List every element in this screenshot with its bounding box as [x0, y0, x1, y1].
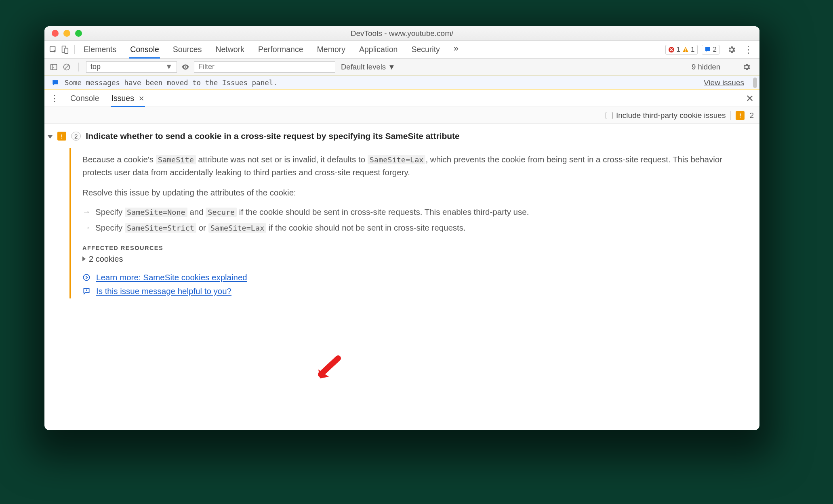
inspect-icon[interactable]: [48, 45, 58, 55]
svg-point-9: [84, 274, 90, 280]
warning-total: 2: [749, 111, 754, 120]
clear-console-icon[interactable]: [62, 63, 71, 71]
affected-resources-heading: AFFECTED RESOURCES: [82, 245, 745, 251]
checkbox-icon[interactable]: [606, 112, 613, 119]
message-count: 2: [713, 46, 717, 54]
view-issues-link[interactable]: View issues: [704, 78, 744, 87]
svg-rect-2: [65, 48, 68, 53]
issue-step-2: → Specify SameSite=Strict or SameSite=La…: [82, 222, 745, 234]
issue-count-badge: 2: [71, 132, 81, 141]
issue-title: Indicate whether to send a cookie in a c…: [86, 131, 459, 141]
window-controls[interactable]: [52, 30, 82, 37]
error-badge[interactable]: 1 1: [665, 45, 698, 55]
message-badge[interactable]: 2: [702, 45, 719, 55]
feedback-icon: [82, 287, 90, 295]
separator: [74, 45, 75, 54]
maximize-window-button[interactable]: [75, 30, 82, 37]
tab-overflow[interactable]: »: [453, 41, 459, 58]
warning-icon: !: [736, 111, 745, 120]
tab-console[interactable]: Console: [129, 41, 160, 58]
tab-security[interactable]: Security: [410, 41, 440, 58]
context-selector[interactable]: top ▼: [86, 61, 177, 73]
tab-application[interactable]: Application: [358, 41, 398, 58]
window-title: DevTools - www.youtube.com/: [44, 29, 759, 38]
sidebar-toggle-icon[interactable]: [49, 63, 58, 71]
main-tabstrip: Elements Console Sources Network Perform…: [44, 41, 759, 59]
more-menu-icon[interactable]: ⋮: [741, 44, 755, 55]
external-link-icon: [82, 273, 90, 281]
live-expression-icon[interactable]: [181, 63, 190, 71]
tab-sources[interactable]: Sources: [172, 41, 203, 58]
device-toolbar-icon[interactable]: [60, 45, 69, 55]
titlebar: DevTools - www.youtube.com/: [44, 26, 759, 41]
close-window-button[interactable]: [52, 30, 59, 37]
message-icon: [52, 79, 59, 86]
affected-resources-label: 2 cookies: [89, 254, 123, 264]
warn-count: 1: [691, 46, 694, 54]
learn-more-row: Learn more: SameSite cookies explained: [82, 273, 745, 282]
issues-toolbar: Include third-party cookie issues ! 2: [44, 107, 759, 124]
arrow-icon: →: [82, 222, 90, 233]
expand-icon[interactable]: [48, 135, 53, 139]
error-count: 1: [677, 46, 680, 54]
separator: [730, 111, 731, 120]
tab-performance[interactable]: Performance: [257, 41, 304, 58]
scrollbar[interactable]: [753, 78, 757, 88]
log-levels-selector[interactable]: Default levels ▼: [341, 63, 395, 71]
warning-icon: !: [57, 132, 66, 141]
issue-description: Because a cookie's SameSite attribute wa…: [82, 153, 745, 179]
third-party-cookie-label: Include third-party cookie issues: [616, 111, 726, 120]
separator: [78, 63, 79, 71]
issue-resolve-intro: Resolve this issue by updating the attri…: [82, 186, 745, 199]
arrow-icon: →: [82, 206, 90, 217]
console-filterbar: top ▼ Default levels ▼ 9 hidden: [44, 59, 759, 76]
svg-rect-4: [685, 48, 686, 50]
issues-list: ! 2 Indicate whether to send a cookie in…: [44, 124, 759, 430]
issue-body: Because a cookie's SameSite attribute wa…: [69, 148, 751, 298]
tab-elements[interactable]: Elements: [83, 41, 117, 58]
minimize-window-button[interactable]: [63, 30, 70, 37]
issue-step-1: → Specify SameSite=None and Secure if th…: [82, 206, 745, 218]
drawer-menu-icon[interactable]: ⋮: [50, 93, 59, 104]
drawer-tab-console[interactable]: Console: [69, 90, 100, 107]
context-value: top: [90, 63, 101, 71]
panel-tabs: Elements Console Sources Network Perform…: [83, 41, 459, 58]
devtools-window: DevTools - www.youtube.com/ Elements Con…: [44, 26, 759, 430]
collapse-icon[interactable]: [82, 256, 86, 261]
separator: [731, 63, 731, 71]
hidden-count[interactable]: 9 hidden: [692, 63, 720, 71]
svg-point-8: [185, 66, 186, 68]
drawer-close-icon[interactable]: ✕: [746, 93, 754, 104]
drawer-tab-issues-label: Issues: [111, 94, 134, 103]
filter-input[interactable]: [194, 61, 335, 73]
banner-message: Some messages have been moved to the Iss…: [65, 79, 278, 87]
drawer-tab-issues[interactable]: Issues ✕: [111, 90, 145, 107]
close-icon[interactable]: ✕: [139, 95, 144, 103]
feedback-row: Is this issue message helpful to you?: [82, 286, 745, 296]
issue-header[interactable]: ! 2 Indicate whether to send a cookie in…: [48, 131, 751, 141]
learn-more-link[interactable]: Learn more: SameSite cookies explained: [96, 273, 247, 282]
drawer-tabstrip: ⋮ Console Issues ✕ ✕: [44, 90, 759, 107]
tab-network[interactable]: Network: [215, 41, 245, 58]
affected-resources-row[interactable]: 2 cookies: [82, 254, 745, 264]
feedback-link[interactable]: Is this issue message helpful to you?: [96, 286, 231, 296]
svg-rect-5: [685, 51, 686, 52]
settings-icon[interactable]: [727, 45, 736, 55]
third-party-cookie-toggle[interactable]: Include third-party cookie issues: [606, 111, 726, 120]
tab-memory[interactable]: Memory: [316, 41, 346, 58]
issues-banner: Some messages have been moved to the Iss…: [44, 76, 759, 90]
console-settings-icon[interactable]: [742, 62, 751, 72]
